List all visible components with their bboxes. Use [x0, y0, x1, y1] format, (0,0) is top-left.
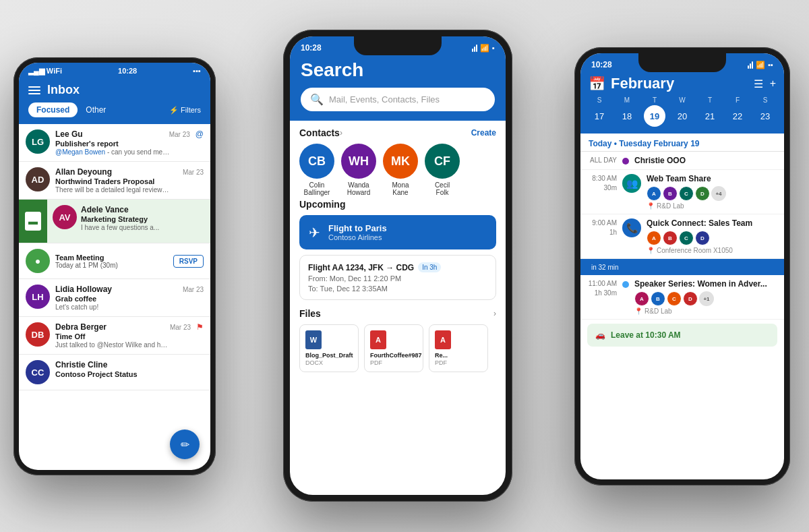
avatar: LH — [26, 285, 50, 309]
create-button[interactable]: Create — [471, 128, 496, 138]
leave-card[interactable]: 🚗 Leave at 10:30 AM — [587, 324, 777, 347]
file-item[interactable]: A FourthCoffee#987 PDF — [364, 324, 423, 372]
document-icon: ▬ — [28, 216, 38, 227]
file-item[interactable]: A Re... PDF — [429, 324, 488, 372]
notch — [354, 36, 442, 55]
signal-icon — [748, 61, 753, 69]
email-list: LG Lee Gu Mar 23 Publisher's report @Meg… — [19, 124, 210, 390]
avatar: CC — [26, 360, 50, 384]
attendee-avatar: A — [647, 231, 661, 245]
attendee-avatar: B — [651, 291, 665, 306]
inbox-screen: ▂▄▆ WiFi 10:28 ▪▪▪ Inbox Focused Other ⚡ — [19, 63, 210, 470]
email-item[interactable]: LG Lee Gu Mar 23 Publisher's report @Meg… — [19, 124, 210, 162]
avatar: AD — [26, 167, 50, 191]
cal-event-quickconnect[interactable]: 9:00 AM 1h 📞 Quick Connect: Sales Team A… — [580, 214, 784, 259]
more-attendees-badge: +4 — [711, 186, 726, 201]
search-title: Search — [301, 59, 495, 81]
flight-detail-card[interactable]: Flight AA 1234, JFK → CDG In 3h From: Mo… — [299, 255, 496, 300]
menu-button[interactable] — [28, 86, 40, 94]
attendees-row: A B C D — [647, 231, 777, 245]
event-dot — [622, 158, 629, 165]
upcoming-section: Upcoming ✈ Flight to Paris Contoso Airli… — [290, 199, 506, 304]
flag-icon: ⚑ — [196, 322, 204, 332]
files-title: Files — [299, 308, 321, 319]
files-grid: W Blog_Post_Draft DOCX A FourthCoffee#98… — [299, 324, 496, 372]
event-icon: 👥 — [622, 174, 641, 193]
event-dot — [622, 281, 629, 288]
location-pin-icon: 📍 — [647, 247, 655, 254]
filters-button[interactable]: ⚡ Filters — [169, 106, 201, 115]
event-location: 📍 Conference Room X1050 — [647, 247, 777, 254]
pdf-icon: A — [435, 330, 451, 349]
cal-month-title: February — [611, 75, 674, 92]
email-item[interactable]: LH Lidia Holloway Mar 23 Grab coffee Let… — [19, 279, 210, 317]
email-item-highlighted[interactable]: ▬ AV Adele Vance Marketing Strategy I ha… — [19, 200, 210, 243]
cal-date-22[interactable]: 22 — [727, 105, 748, 127]
cal-event-allday[interactable]: ALL DAY Christie OOO — [580, 152, 784, 170]
email-item[interactable]: DB Debra Berger Mar 23 Time Off Just tal… — [19, 317, 210, 355]
cal-date-23[interactable]: 23 — [754, 105, 776, 127]
more-attendees-badge: +1 — [699, 291, 714, 306]
cal-event-webteam[interactable]: 8:30 AM 30m 👥 Web Team Share A B C D — [580, 170, 784, 214]
phone-inbox: ▂▄▆ WiFi 10:28 ▪▪▪ Inbox Focused Other ⚡ — [13, 57, 216, 475]
search-placeholder: Mail, Events, Contacts, Files — [329, 94, 440, 105]
avatar: DB — [26, 322, 50, 347]
rsvp-button[interactable]: RSVP — [173, 255, 204, 268]
cal-dates-row: 17 18 19 20 21 22 23 — [589, 105, 776, 127]
attendee-avatar: B — [663, 231, 678, 245]
contact-item[interactable]: WH WandaHoward — [341, 144, 376, 196]
attendee-avatar: B — [663, 186, 678, 201]
signal-icons: ▂▄▆ WiFi — [28, 67, 62, 76]
status-icons: 📶 ▪ — [472, 44, 495, 53]
location-pin-icon: 📍 — [647, 202, 655, 210]
pencil-icon: ✏ — [181, 438, 189, 451]
add-event-button[interactable]: + — [770, 78, 776, 90]
contact-item[interactable]: CB ColinBallinger — [299, 144, 334, 196]
cal-date-19-today[interactable]: 19 — [644, 105, 665, 127]
tab-other[interactable]: Other — [83, 102, 109, 117]
word-icon: W — [305, 330, 322, 349]
search-icon: 🔍 — [310, 93, 324, 106]
calendar-icon: 📅 — [589, 76, 605, 92]
email-item[interactable]: AD Allan Deyoung Mar 23 Northwind Trader… — [19, 162, 210, 200]
cal-date-21[interactable]: 21 — [699, 105, 721, 127]
contact-item[interactable]: CF CecilFolk — [425, 144, 460, 196]
meeting-item: ● Team Meeting Today at 1 PM (30m) RSVP — [19, 243, 210, 279]
files-section: Files › W Blog_Post_Draft DOCX A FourthC… — [290, 304, 506, 376]
status-icons: 📶 ▪▪ — [748, 61, 773, 69]
contact-item[interactable]: MK MonaKane — [383, 144, 418, 196]
compose-button[interactable]: ✏ — [170, 430, 200, 459]
inbox-header: Inbox Focused Other ⚡ Filters — [19, 79, 210, 124]
battery-icon: ▪ — [492, 44, 495, 52]
contact-avatar: WH — [341, 144, 376, 179]
calendar-screen: 10:28 📶 ▪▪ 📅 February — [580, 53, 784, 479]
cal-date-18[interactable]: 18 — [616, 105, 638, 127]
phone-calendar: 10:28 📶 ▪▪ 📅 February — [574, 47, 790, 485]
contacts-section: Contacts › Create CB ColinBallinger WH W… — [290, 121, 506, 199]
attendee-avatar: C — [679, 186, 694, 201]
battery-icon: ▪▪ — [768, 61, 773, 69]
cal-date-20[interactable]: 20 — [671, 105, 693, 127]
car-icon: 🚗 — [595, 330, 605, 340]
attendee-avatar: D — [683, 291, 698, 306]
flight-card[interactable]: ✈ Flight to Paris Contoso Airlines — [299, 215, 496, 249]
list-view-button[interactable]: ☰ — [754, 78, 763, 90]
attendees-row: A B C D +1 — [634, 291, 777, 306]
wifi-icon: 📶 — [756, 61, 765, 69]
attendee-avatar: C — [667, 291, 682, 306]
cal-date-17[interactable]: 17 — [589, 105, 610, 127]
email-item[interactable]: CC Christie Cline Contoso Project Status — [19, 355, 210, 390]
cal-event-speaker[interactable]: 11:00 AM 1h 30m Speaker Series: Women in… — [580, 275, 784, 320]
at-badge: @ — [196, 129, 204, 139]
cal-header: 📅 February ☰ + S M T W T F S — [580, 72, 784, 134]
inbox-status-bar: ▂▄▆ WiFi 10:28 ▪▪▪ — [19, 63, 210, 79]
contact-avatar: CB — [299, 144, 334, 179]
search-box[interactable]: 🔍 Mail, Events, Contacts, Files — [301, 88, 495, 111]
contacts-row: CB ColinBallinger WH WandaHoward MK Mona… — [299, 144, 496, 196]
status-time: 10:28 — [118, 67, 137, 75]
file-item[interactable]: W Blog_Post_Draft DOCX — [299, 324, 359, 372]
tab-focused[interactable]: Focused — [28, 102, 78, 117]
contacts-title: Contacts — [299, 127, 340, 138]
scene: ▂▄▆ WiFi 10:28 ▪▪▪ Inbox Focused Other ⚡ — [0, 0, 809, 532]
chevron-right-icon: › — [340, 128, 342, 138]
